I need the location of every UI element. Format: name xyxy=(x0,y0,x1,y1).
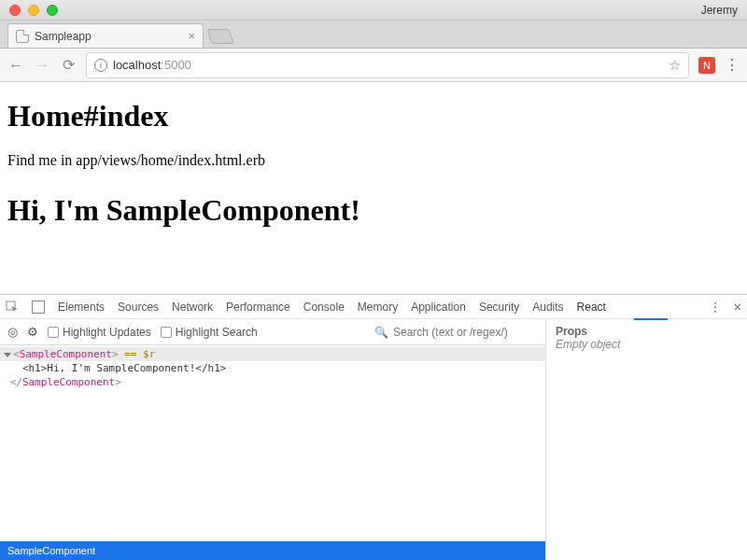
extension-icon[interactable]: N xyxy=(698,57,715,74)
reload-button[interactable]: ⟳ xyxy=(60,56,77,74)
forward-button[interactable]: → xyxy=(34,57,50,74)
highlight-search-checkbox[interactable]: Highlight Search xyxy=(161,326,258,339)
tree-node-samplecomponent-open[interactable]: <SampleComponent> == $r xyxy=(0,347,545,361)
devtools-panel: Elements Sources Network Performance Con… xyxy=(0,294,747,560)
inspect-element-icon[interactable] xyxy=(6,301,19,314)
window-controls xyxy=(9,5,58,16)
page-heading: Home#index xyxy=(7,99,740,133)
site-info-icon[interactable]: i xyxy=(94,59,107,72)
devtools-tab-react[interactable]: React xyxy=(577,301,606,314)
back-button[interactable]: ← xyxy=(7,57,24,74)
settings-gear-icon[interactable]: ⚙ xyxy=(27,325,38,339)
close-window-button[interactable] xyxy=(9,5,21,16)
active-tab-underline xyxy=(634,318,668,320)
macos-titlebar: Jeremy xyxy=(0,0,747,21)
devtools-tab-security[interactable]: Security xyxy=(479,301,519,314)
react-search[interactable]: 🔍 xyxy=(374,326,538,339)
fullscreen-window-button[interactable] xyxy=(47,5,58,16)
new-tab-button[interactable] xyxy=(206,29,233,44)
react-toolbar: ◎ ⚙ Highlight Updates Highlight Search 🔍 xyxy=(0,319,545,345)
page-subtext: Find me in app/views/home/index.html.erb xyxy=(7,152,740,169)
search-icon: 🔍 xyxy=(374,326,388,339)
tree-node-samplecomponent-close[interactable]: </SampleComponent> xyxy=(0,375,545,389)
browser-toolbar: ← → ⟳ i localhost:5000 ☆ N ⋮ xyxy=(0,49,747,82)
devtools-close-icon[interactable]: × xyxy=(734,300,741,315)
devtools-tab-audits[interactable]: Audits xyxy=(532,301,563,314)
component-heading: Hi, I'm SampleComponent! xyxy=(7,193,740,228)
devtools-tab-network[interactable]: Network xyxy=(172,301,213,314)
props-header: Props xyxy=(556,325,738,338)
devtools-tab-memory[interactable]: Memory xyxy=(358,301,398,314)
browser-tabstrip: Sampleapp × xyxy=(0,21,747,49)
page-icon xyxy=(16,30,29,43)
profile-name[interactable]: Jeremy xyxy=(701,4,738,17)
devtools-tab-performance[interactable]: Performance xyxy=(226,301,290,314)
props-empty-text: Empty object xyxy=(556,338,738,351)
tab-close-icon[interactable]: × xyxy=(188,29,195,43)
devtools-tab-sources[interactable]: Sources xyxy=(118,301,159,314)
page-content: Home#index Find me in app/views/home/ind… xyxy=(0,82,747,235)
device-toolbar-icon[interactable] xyxy=(32,301,45,314)
address-bar[interactable]: i localhost:5000 ☆ xyxy=(86,52,689,78)
breadcrumb-status[interactable]: SampleComponent xyxy=(0,541,545,560)
minimize-window-button[interactable] xyxy=(28,5,39,16)
devtools-tabbar: Elements Sources Network Performance Con… xyxy=(0,295,747,319)
react-tree-panel: ◎ ⚙ Highlight Updates Highlight Search 🔍… xyxy=(0,319,546,560)
tab-title: Sampleapp xyxy=(35,30,182,43)
devtools-menu-icon[interactable]: ⋮ xyxy=(710,301,721,314)
component-tree[interactable]: <SampleComponent> == $r <h1>Hi, I'm Samp… xyxy=(0,345,545,541)
devtools-tab-application[interactable]: Application xyxy=(411,301,466,314)
url-text: localhost:5000 xyxy=(113,58,191,72)
chrome-menu-icon[interactable]: ⋮ xyxy=(725,56,740,74)
devtools-tab-console[interactable]: Console xyxy=(303,301,345,314)
react-search-input[interactable] xyxy=(393,326,538,339)
tree-node-h1[interactable]: <h1>Hi, I'm SampleComponent!</h1> xyxy=(0,361,545,375)
scope-icon[interactable]: ◎ xyxy=(7,325,18,339)
highlight-updates-checkbox[interactable]: Highlight Updates xyxy=(48,326,151,339)
props-panel: Props Empty object xyxy=(546,319,747,560)
browser-tab[interactable]: Sampleapp × xyxy=(7,23,204,48)
devtools-tab-elements[interactable]: Elements xyxy=(58,301,105,314)
bookmark-star-icon[interactable]: ☆ xyxy=(669,57,681,74)
